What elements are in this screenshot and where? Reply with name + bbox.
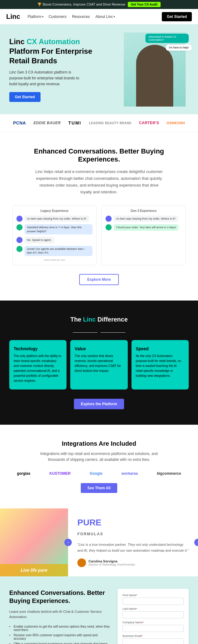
nav-about[interactable]: About Linc bbox=[95, 15, 115, 19]
chat-ended-label: Chat ended by user bbox=[16, 259, 93, 261]
testimonial-section: Live life pure ‹ PURE FORMULAS "Linc is … bbox=[0, 508, 198, 576]
logo-oshkosh: OshKosh bbox=[167, 121, 185, 125]
form-group-first-name: First Name* bbox=[123, 594, 184, 605]
nav-customers[interactable]: Customers bbox=[49, 15, 67, 19]
agent-avatar bbox=[16, 224, 23, 230]
see-them-all-button[interactable]: See Them All bbox=[81, 483, 118, 493]
logo-carters: carter's bbox=[139, 121, 159, 125]
form-group-company: Company Name* bbox=[123, 621, 184, 632]
chat-box-legacy: Legacy Experience An item was missing fr… bbox=[12, 205, 97, 266]
hero-text: Linc CX Automation Platform For Enterpri… bbox=[9, 37, 189, 102]
cta-bullet-item: Resolve over 85% customer support inquir… bbox=[9, 633, 110, 640]
legacy-label: Legacy Experience bbox=[16, 209, 93, 213]
user-avatar bbox=[16, 216, 23, 222]
navbar: Linc Platform Customers Resources About … bbox=[0, 9, 198, 24]
chat-bubble-agent: I found your order. Your item will arriv… bbox=[114, 224, 179, 231]
nav-logo[interactable]: Linc bbox=[6, 13, 20, 21]
nav-links: Platform Customers Resources About Linc bbox=[28, 15, 154, 19]
diff-card-text: The only platform with the ability to le… bbox=[14, 354, 62, 383]
nav-resources[interactable]: Resources bbox=[72, 15, 90, 19]
diff-card-text: As the only CX Automation purpose-built … bbox=[136, 354, 184, 378]
banner-text: 🏆 Boost Conversions, Improve CSAT and Dr… bbox=[37, 2, 125, 6]
company-input[interactable] bbox=[123, 625, 184, 632]
last-name-label: Last Name* bbox=[123, 607, 184, 610]
logo-eddie-bauer: Eddie Bauer bbox=[33, 121, 61, 125]
first-name-input[interactable] bbox=[123, 598, 184, 605]
title-divider bbox=[9, 332, 189, 333]
chat-bubble-agent: Great! Our agents are available between … bbox=[24, 246, 93, 256]
chat-box-gen3: Gen 3 Experience An item was missing fro… bbox=[101, 205, 186, 266]
logo-pcna: PCNA bbox=[13, 120, 26, 125]
nav-platform[interactable]: Platform bbox=[28, 15, 44, 19]
integration-logo-kustomer: KUSTOMER bbox=[50, 471, 71, 476]
hero-title-line3: Retail Brands bbox=[9, 57, 57, 65]
testimonial-author-avatar bbox=[77, 558, 86, 567]
testimonial-image: Live life pure bbox=[0, 508, 68, 576]
explore-more-button[interactable]: Explore More bbox=[79, 274, 119, 285]
cta-bullets: Enable customers to get the self-service… bbox=[9, 625, 110, 644]
diff-card-title: Value bbox=[75, 346, 123, 351]
testimonial-brand-logo: PURE FORMULAS bbox=[77, 518, 189, 537]
last-name-input[interactable] bbox=[123, 611, 184, 618]
diff-card-text: The only solution that drives revenue, b… bbox=[75, 354, 123, 373]
user-avatar bbox=[105, 216, 112, 222]
integration-logos: gorgias KUSTOMER Google workarea bigcomm… bbox=[9, 471, 189, 476]
nav-get-started-button[interactable]: Get Started bbox=[162, 12, 192, 21]
linc-diff-title: The Linc Difference bbox=[9, 316, 189, 323]
integration-logo-google: Google bbox=[90, 471, 102, 476]
diff-card-title: Technology bbox=[14, 346, 62, 351]
cta-form: First Name* Last Name* Company Name* Bus… bbox=[118, 589, 189, 644]
form-group-last-name: Last Name* bbox=[123, 607, 184, 618]
diff-card-speed: Speed As the only CX Automation purpose-… bbox=[131, 340, 189, 389]
logo-tumi: TUMI bbox=[68, 120, 81, 125]
gen3-label: Gen 3 Experience bbox=[105, 209, 182, 213]
diff-card-title: Speed bbox=[136, 346, 184, 351]
hero-section: Linc CX Automation Platform For Enterpri… bbox=[0, 24, 198, 114]
booking-form: First Name* Last Name* Company Name* Bus… bbox=[118, 589, 189, 644]
integrations-section: Integrations Are Included Integrations w… bbox=[0, 425, 198, 508]
enhanced-title: Enhanced Conversations. Better Buying Ex… bbox=[12, 147, 186, 163]
testimonial-author-name: Carolina Servigna bbox=[88, 559, 135, 563]
testimonial-image-text: Live life pure bbox=[0, 564, 68, 576]
explore-platform-button[interactable]: Explore the Platform bbox=[74, 399, 124, 409]
first-name-label: First Name* bbox=[123, 594, 184, 597]
integrations-description: Integrations with top retail and ecommer… bbox=[40, 451, 158, 463]
chat-msg: I found your order. Your item will arriv… bbox=[105, 224, 182, 231]
chat-bubble-user: An item was missing from my order. Where… bbox=[24, 216, 89, 222]
diff-card-technology: Technology The only platform with the ab… bbox=[9, 340, 67, 389]
hero-title-line2: Platform For Enterprise bbox=[9, 47, 92, 55]
chat-bubble-agent: Standard delivery time is 7–9 days. Was … bbox=[24, 224, 93, 234]
hero-cta-button[interactable]: Get Started bbox=[9, 92, 41, 102]
chat-msg: An item was missing from my order. Where… bbox=[105, 216, 182, 222]
user-avatar bbox=[16, 237, 23, 243]
integration-logo-bigcommerce: bigcommerce bbox=[157, 471, 181, 476]
email-input[interactable] bbox=[123, 638, 184, 644]
chat-msg: No. Speak to agent. bbox=[16, 237, 93, 243]
banner-cta-button[interactable]: Get Your CX Audit bbox=[128, 2, 161, 7]
diff-card-value: Value The only solution that drives reve… bbox=[70, 340, 127, 389]
chat-msg: An item was missing from my order. Where… bbox=[16, 216, 93, 222]
integration-logo-workarea: workarea bbox=[122, 471, 138, 476]
diff-cards: Technology The only platform with the ab… bbox=[9, 340, 189, 389]
cta-subtitle: Leave poor chatbots behind with AI Chat … bbox=[9, 609, 110, 620]
company-label: Company Name* bbox=[123, 621, 184, 624]
linc-difference-section: The Linc Difference Technology The only … bbox=[0, 301, 198, 425]
email-label: Business Email* bbox=[123, 634, 184, 638]
testimonial-prev-arrow[interactable]: ‹ bbox=[64, 539, 72, 546]
cta-section: Enhanced Conversations. Better Buying Ex… bbox=[0, 576, 198, 644]
testimonial-content: ‹ PURE FORMULAS "Linc is a true innovati… bbox=[68, 508, 198, 576]
partner-logos-strip: PCNA Eddie Bauer TUMI Leading Beauty Bra… bbox=[0, 114, 198, 132]
cta-title: Enhanced Conversations. Better Buying Ex… bbox=[9, 589, 110, 605]
enhanced-description: Linc helps retail and e-commerce enterpr… bbox=[34, 168, 164, 196]
form-group-email: Business Email* bbox=[123, 634, 184, 644]
testimonial-next-arrow[interactable]: › bbox=[194, 539, 198, 546]
testimonial-quote: "Linc is a true innovative partner. They… bbox=[77, 542, 189, 553]
logo-beauty-brand: Leading Beauty Brand bbox=[89, 121, 131, 125]
testimonial-author-info: Carolina Servigna Director of Technology… bbox=[88, 559, 135, 566]
agent-avatar bbox=[16, 246, 23, 252]
chat-bubble-user: No. Speak to agent. bbox=[24, 237, 54, 243]
integration-logo-gorgias: gorgias bbox=[17, 471, 30, 476]
testimonial-author-title: Director of Technology, PureFormulas bbox=[88, 563, 135, 566]
enhanced-section: Enhanced Conversations. Better Buying Ex… bbox=[0, 132, 198, 301]
chat-msg: Standard delivery time is 7–9 days. Was … bbox=[16, 224, 93, 234]
